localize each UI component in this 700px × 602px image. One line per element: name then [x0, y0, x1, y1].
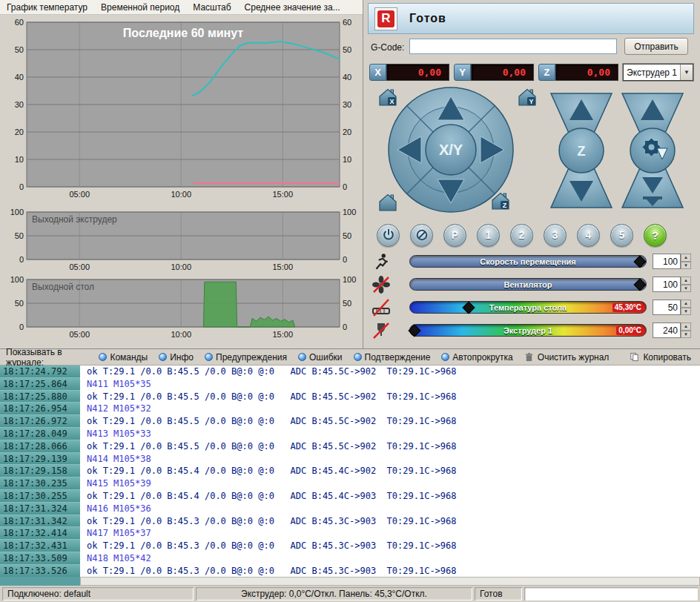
speed-slider-label: Скорость перемещения: [480, 257, 576, 266]
custom-button-2[interactable]: 2: [510, 224, 533, 247]
spin-down-icon[interactable]: ▼: [681, 331, 691, 339]
bed-temp-slider-row: Температура стола 45,30°C 50 ▲▼: [369, 298, 694, 318]
toggle-errors[interactable]: Ошибки: [298, 352, 343, 363]
log-timestamp: 18:17:30.255: [0, 490, 80, 503]
bed-temp-slider[interactable]: Температура стола 45,30°C: [409, 301, 647, 314]
status-bar: Подключено: default Экструдер: 0,0°C/Отк…: [0, 586, 700, 602]
speed-slider-thumb[interactable]: [634, 256, 647, 268]
spin-up-icon[interactable]: ▲: [681, 322, 691, 331]
log-toolbar: Показывать в журнале: Команды Инфо Преду…: [0, 349, 700, 366]
extruder-select-value: Экструдер 1: [624, 67, 680, 78]
speed-slider[interactable]: Скорость перемещения: [409, 255, 647, 268]
gcode-input[interactable]: [409, 39, 617, 54]
status-header: R Готов: [368, 3, 694, 34]
log-message: N414 M105*38: [80, 453, 151, 466]
z-position-value: 0,00: [555, 64, 618, 81]
motors-off-button[interactable]: [410, 224, 433, 247]
svg-text:100: 100: [343, 209, 356, 216]
toggle-label: Предупреждения: [216, 352, 287, 363]
svg-text:40: 40: [15, 73, 24, 82]
spin-down-icon[interactable]: ▼: [681, 285, 691, 293]
bed-temp-target: 50: [653, 300, 681, 315]
fan-slider[interactable]: Вентилятор: [409, 278, 647, 291]
extruder-select[interactable]: Экструдер 1 ▼: [623, 64, 693, 81]
menu-temperature-graph[interactable]: График температур: [0, 1, 94, 14]
printer-state: Готов: [475, 587, 522, 601]
extruder-temp-icon: [372, 321, 394, 340]
svg-text:100: 100: [10, 277, 24, 284]
extruder-temp-slider[interactable]: Экструдер 1 0,00°C: [409, 324, 647, 337]
log-message: ok T:29.1 /0.0 B:45.3 /0.0 B@:0 @:0 ADC …: [80, 540, 457, 552]
gcode-label: G-Code:: [371, 42, 404, 53]
extruder-temp-slider-row: Экструдер 1 0,00°C 240 ▲▼: [369, 321, 694, 341]
park-button[interactable]: P: [443, 224, 466, 247]
spin-up-icon[interactable]: ▲: [681, 254, 691, 262]
log-timestamp: 18:17:24.792: [0, 366, 80, 378]
extruder-temp-badge: 0,00°C: [616, 326, 644, 335]
send-button[interactable]: Отправить: [624, 38, 688, 55]
log-row: 18:17:29.158 ok T:29.1 /0.0 B:45.4 /0.0 …: [0, 465, 700, 477]
menu-scale[interactable]: Масштаб: [186, 1, 237, 14]
bed-temp-slider-thumb[interactable]: [462, 302, 475, 314]
svg-text:0: 0: [19, 322, 24, 331]
svg-text:60: 60: [15, 18, 24, 27]
svg-text:50: 50: [343, 231, 351, 240]
log-row: 18:17:31.324 N416 M105*36: [0, 503, 700, 515]
home-x-button[interactable]: X: [378, 87, 397, 107]
y-axis-label: Y: [454, 64, 471, 81]
clear-log-button[interactable]: Очистить журнал: [524, 352, 610, 363]
custom-button-1[interactable]: 1: [477, 224, 500, 247]
toggle-commands[interactable]: Команды: [99, 352, 148, 363]
svg-text:15:00: 15:00: [273, 190, 294, 199]
power-button[interactable]: [377, 224, 400, 247]
log-message: ok T:29.1 /0.0 B:45.4 /0.0 B@:0 @:0 ADC …: [80, 490, 457, 503]
log-message: N418 M105*42: [80, 552, 151, 565]
progress-bar: [524, 587, 698, 601]
home-all-button[interactable]: [378, 193, 397, 212]
extruder-temp-spinner[interactable]: 240 ▲▼: [653, 322, 691, 338]
copy-log-button[interactable]: Копировать: [630, 352, 691, 363]
spin-up-icon[interactable]: ▲: [681, 300, 691, 308]
svg-text:10:00: 10:00: [171, 330, 191, 339]
toggle-warnings[interactable]: Предупреждения: [205, 352, 287, 363]
log-panel: Показывать в журнале: Команды Инфо Преду…: [0, 348, 700, 586]
fan-slider-thumb[interactable]: [634, 279, 647, 291]
svg-text:0: 0: [343, 322, 347, 331]
toggle-info[interactable]: Инфо: [159, 352, 194, 363]
toggle-autoscroll[interactable]: Автопрокрутка: [441, 352, 512, 363]
extruder-jog-control[interactable]: [618, 90, 687, 211]
fan-value-spinner[interactable]: 100 ▲▼: [653, 277, 691, 292]
home-z-button[interactable]: Z: [491, 191, 510, 211]
bed-temp-spinner[interactable]: 50 ▲▼: [653, 300, 691, 315]
speed-value: 100: [653, 254, 681, 269]
fan-value: 100: [653, 277, 681, 292]
svg-text:50: 50: [15, 45, 24, 54]
menu-average[interactable]: Среднее значение за...: [238, 1, 347, 14]
log-row: 18:17:30.255 ok T:29.1 /0.0 B:45.4 /0.0 …: [0, 490, 700, 503]
speed-value-spinner[interactable]: 100 ▲▼: [653, 254, 691, 269]
extruder-temp-slider-thumb[interactable]: [409, 325, 421, 337]
log-row: 18:17:29.139 N414 M105*38: [0, 453, 700, 466]
custom-button-3[interactable]: 3: [544, 224, 567, 247]
z-jog-control[interactable]: Z: [547, 90, 615, 211]
spin-down-icon[interactable]: ▼: [681, 308, 691, 316]
top-area: График температур Временной период Масшт…: [0, 0, 700, 348]
bed-temp-slider-label: Температура стола: [489, 303, 567, 312]
spin-up-icon[interactable]: ▲: [681, 277, 691, 285]
home-y-button[interactable]: Y: [518, 87, 537, 107]
toggle-ack[interactable]: Подтверждение: [354, 352, 431, 363]
jog-area: X/Y X Y: [369, 83, 694, 222]
custom-button-5[interactable]: 5: [610, 224, 633, 247]
help-button[interactable]: ?: [644, 224, 667, 247]
menu-time-period[interactable]: Временной период: [94, 1, 186, 14]
svg-text:0: 0: [343, 182, 347, 191]
svg-text:15:00: 15:00: [273, 262, 294, 271]
spin-down-icon[interactable]: ▼: [681, 262, 691, 270]
log-timestamp: 18:17:31.342: [0, 515, 80, 528]
log-timestamp: 18:17:33.509: [0, 552, 80, 565]
temperature-chart-panel: График температур Временной период Масшт…: [0, 0, 363, 348]
custom-button-4[interactable]: 4: [577, 224, 600, 247]
xy-center-label: X/Y: [439, 142, 463, 158]
chevron-down-icon[interactable]: ▼: [680, 64, 693, 80]
log-horizontal-scrollbar[interactable]: [80, 577, 700, 586]
